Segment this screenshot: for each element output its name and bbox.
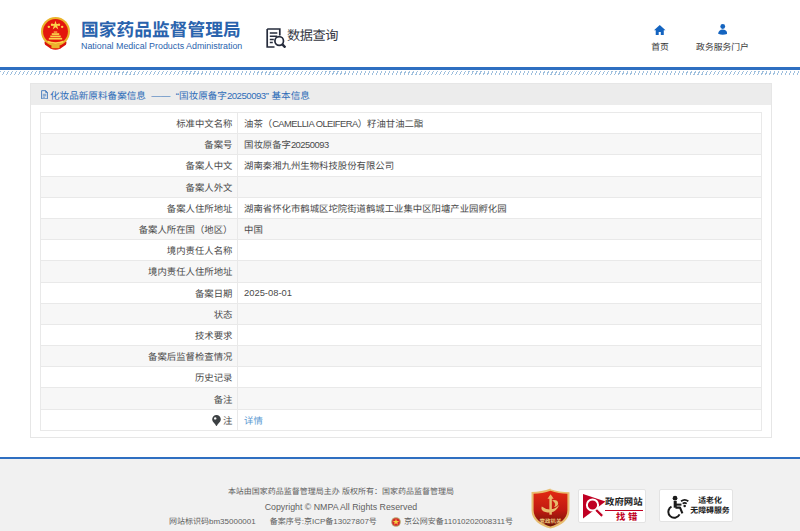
svg-text:党政机关: 党政机关: [539, 516, 562, 524]
